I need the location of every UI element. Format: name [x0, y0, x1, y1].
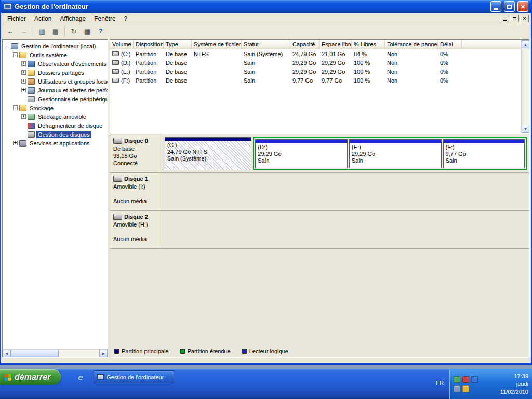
- column-header-tol-rance-de-pannes[interactable]: Tolérance de pannes: [385, 40, 438, 49]
- column-header-espace-libre[interactable]: Espace libre: [320, 40, 352, 49]
- volume-cell: Non: [385, 77, 438, 84]
- back-icon[interactable]: ←: [4, 25, 17, 37]
- tree-item-label: Gestion des disques: [36, 131, 91, 138]
- details-pane: VolumeDispositionTypeSystème de fichiers…: [110, 39, 530, 358]
- volume-icon[interactable]: [454, 385, 460, 392]
- tree-item-outils-syst-me[interactable]: -Outils système: [3, 50, 108, 59]
- child-close-button[interactable]: [520, 15, 529, 22]
- tree-item-utilisateurs-et-groupes-locaux[interactable]: +Utilisateurs et groupes locaux: [3, 77, 108, 86]
- child-restore-button[interactable]: [510, 15, 519, 22]
- internet-explorer-icon[interactable]: [78, 373, 83, 383]
- volume-row[interactable]: (D:)PartitionDe baseSain29,29 Go29,29 Go…: [110, 58, 521, 67]
- scrollbar-thumb[interactable]: [11, 350, 59, 357]
- network-icon[interactable]: [471, 376, 478, 383]
- partition-c[interactable]: (C:)24,79 Go NTFSSain (Système): [165, 137, 251, 170]
- tree-item-services-et-applications[interactable]: +Services et applications: [3, 139, 108, 148]
- scroll-up-icon[interactable]: ▲: [522, 40, 529, 48]
- legend-color-swatch: [114, 349, 119, 354]
- volume-row[interactable]: (E:)PartitionDe baseSain29,29 Go29,29 Go…: [110, 67, 521, 76]
- tree-item-dossiers-partag-s[interactable]: +Dossiers partagés: [3, 68, 108, 77]
- column-header-type[interactable]: Type: [164, 40, 192, 49]
- disk-info[interactable]: Disque 1Amovible (I:) Aucun média: [110, 173, 162, 210]
- antivirus-icon[interactable]: [462, 376, 469, 383]
- disk-strips: [162, 173, 529, 210]
- tree-item-gestion-de-l-ordinateur-local[interactable]: -Gestion de l'ordinateur (local): [3, 42, 108, 50]
- column-header-d-lai[interactable]: Délai: [438, 40, 462, 49]
- scroll-right-icon[interactable]: ▶: [99, 350, 108, 357]
- menu-fen-tre[interactable]: Fenêtre: [90, 14, 119, 24]
- plus-expander-icon[interactable]: +: [21, 79, 26, 84]
- tree-item-label: Services et applications: [28, 140, 91, 147]
- volume-cell: Sain: [242, 60, 290, 66]
- close-button[interactable]: [517, 1, 528, 12]
- volume-list-scrollbar[interactable]: ▲ ▼: [521, 40, 529, 133]
- column-header-statut[interactable]: Statut: [242, 40, 290, 49]
- partition-e[interactable]: (E:)29,29 GoSain: [349, 139, 442, 168]
- plus-expander-icon[interactable]: +: [21, 114, 26, 119]
- column-header-volume[interactable]: Volume: [110, 40, 134, 49]
- plus-expander-icon[interactable]: +: [13, 141, 18, 145]
- extended-partition-group: (D:)29,29 GoSain(E:)29,29 GoSain(F:)9,77…: [253, 137, 527, 170]
- volume-row[interactable]: (C:)PartitionDe baseNTFSSain (Système)24…: [110, 49, 521, 58]
- tree-horizontal-scrollbar[interactable]: ◀ ▶: [3, 349, 108, 357]
- disk-icon: [113, 214, 122, 220]
- tree-item-journaux-et-alertes-de-perfo[interactable]: +Journaux et alertes de perfo: [3, 86, 108, 95]
- plus-expander-icon[interactable]: +: [21, 88, 26, 92]
- plus-expander-icon[interactable]: +: [21, 70, 26, 75]
- plus-expander-icon[interactable]: +: [21, 61, 26, 66]
- column-header-capacit[interactable]: Capacité: [290, 40, 320, 49]
- taskbar-task-button[interactable]: Gestion de l'ordinateur: [94, 370, 174, 383]
- menu-action[interactable]: Action: [30, 14, 56, 24]
- help-icon[interactable]: ?: [95, 25, 107, 37]
- tree-item-stockage[interactable]: -Stockage: [3, 103, 108, 112]
- tree-item-gestionnaire-de-p-riph-rique[interactable]: Gestionnaire de périphérique: [3, 95, 108, 103]
- disk-info[interactable]: Disque 0De base93,15 GoConnecté: [110, 135, 162, 172]
- menu-item[interactable]: ?: [120, 14, 132, 24]
- language-indicator[interactable]: FR: [436, 380, 444, 386]
- export-list-icon[interactable]: ▦: [81, 25, 94, 37]
- update-icon[interactable]: [462, 385, 469, 392]
- tree-item-label: Journaux et alertes de perfo: [36, 87, 108, 94]
- volume-row[interactable]: (F:)PartitionDe baseSain9,77 Go9,77 Go10…: [110, 76, 521, 85]
- quick-launch: [73, 371, 88, 384]
- column-header-disposition[interactable]: Disposition: [134, 40, 164, 49]
- scroll-left-icon[interactable]: ◀: [3, 350, 11, 357]
- volume-list-pane: VolumeDispositionTypeSystème de fichiers…: [110, 39, 530, 134]
- partition-d[interactable]: (D:)29,29 GoSain: [255, 139, 348, 168]
- show-hide-tree-icon[interactable]: ▥: [36, 25, 48, 37]
- clock[interactable]: 17:39 jeudi 11/02/2010: [500, 373, 532, 396]
- minus-expander-icon[interactable]: -: [13, 52, 18, 57]
- disk-info-line: Aucun média: [113, 197, 159, 205]
- refresh-icon[interactable]: ↻: [68, 25, 80, 37]
- start-button[interactable]: démarrer: [0, 369, 61, 385]
- maximize-button[interactable]: [504, 1, 515, 12]
- menu-fichier[interactable]: Fichier: [3, 14, 30, 24]
- legend-color-swatch: [242, 349, 247, 354]
- column-header-libres[interactable]: % Libres: [352, 40, 385, 49]
- menu-affichage[interactable]: Affichage: [56, 14, 90, 24]
- minus-expander-icon[interactable]: -: [13, 105, 18, 110]
- tree-item-d-fragmenteur-de-disque[interactable]: Défragmenteur de disque: [3, 121, 108, 130]
- legend-label: Lecteur logique: [249, 348, 288, 354]
- minus-expander-icon[interactable]: -: [5, 44, 9, 48]
- disk-info-line: Aucun média: [113, 235, 159, 243]
- child-minimize-button[interactable]: [500, 15, 509, 22]
- partition-f[interactable]: (F:)9,77 GoSain: [443, 139, 525, 168]
- tree-item-stockage-amovible[interactable]: +Stockage amovible: [3, 112, 108, 121]
- task-window-icon: [97, 374, 104, 380]
- tree-item-observateur-d-v-nements[interactable]: +Observateur d'événements: [3, 59, 108, 68]
- minimize-button[interactable]: [490, 1, 501, 12]
- disk-info-line: Connecté: [113, 159, 159, 167]
- disk-management-icon: [28, 131, 35, 138]
- tree-item-gestion-des-disques[interactable]: Gestion des disques: [3, 130, 108, 139]
- windows-logo-icon: [5, 374, 11, 381]
- title-bar[interactable]: Gestion de l'ordinateur: [1, 0, 531, 13]
- forward-icon[interactable]: →: [18, 25, 30, 37]
- properties-icon[interactable]: ▤: [49, 25, 62, 37]
- safely-remove-icon[interactable]: [454, 376, 460, 383]
- disk-name: Disque 0: [124, 138, 148, 144]
- scroll-down-icon[interactable]: ▼: [522, 125, 529, 133]
- volume-name: (D:): [121, 60, 130, 66]
- column-header-syst-me-de-fichiers[interactable]: Système de fichiers: [192, 40, 242, 49]
- disk-info[interactable]: Disque 2Amovible (H:) Aucun média: [110, 211, 162, 248]
